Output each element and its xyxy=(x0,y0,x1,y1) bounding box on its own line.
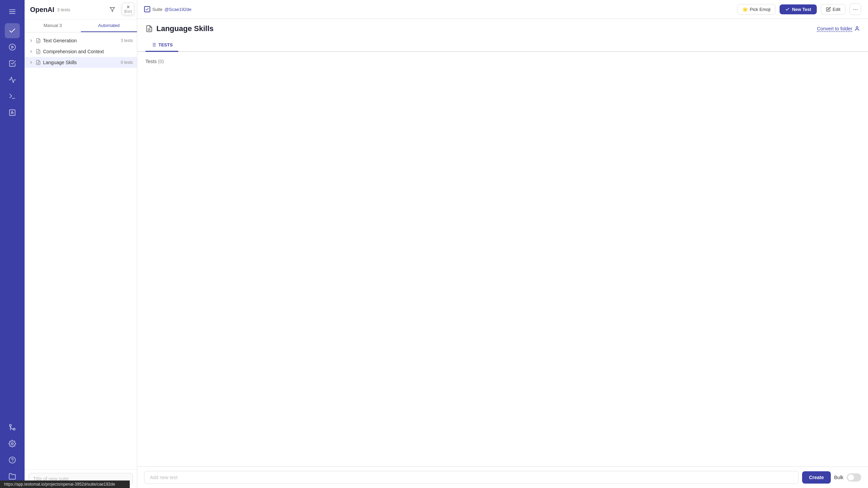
svg-point-26 xyxy=(856,27,858,28)
main-content: Suite @Scae192de 🌟 Pick Emoji New Test E… xyxy=(137,0,868,488)
edit-button[interactable]: Edit xyxy=(821,4,845,15)
edit-label: Edit xyxy=(833,7,840,12)
close-popup[interactable]: ✕ [Esc] xyxy=(122,3,134,15)
suite-item-text-generation[interactable]: Text Generation 3 tests xyxy=(25,35,137,46)
suite-title: Language Skills xyxy=(145,24,214,33)
tests-section-header: Tests (0) xyxy=(145,59,860,64)
add-test-input[interactable] xyxy=(144,471,799,484)
svg-point-12 xyxy=(11,443,13,445)
bulk-label: Bulk xyxy=(834,475,843,480)
tab-tests[interactable]: TESTS xyxy=(145,39,178,52)
filter-button[interactable] xyxy=(107,4,118,15)
pick-emoji-button[interactable]: 🌟 Pick Emoji xyxy=(737,4,776,15)
page-title-area: Language Skills Convert to folder xyxy=(137,19,868,39)
nav-help[interactable] xyxy=(5,453,20,468)
emoji-star-icon: 🌟 xyxy=(742,7,748,12)
sidebar-header: OpenAI 3 tests xyxy=(25,0,137,19)
nav-play[interactable] xyxy=(5,40,20,55)
suite-item-comprehension[interactable]: Comprehension and Context xyxy=(25,46,137,57)
suite-list: Text Generation 3 tests Comprehension an… xyxy=(25,32,137,469)
new-test-button[interactable]: New Test xyxy=(780,4,816,14)
app-title: OpenAI xyxy=(30,6,54,14)
sidebar: OpenAI 3 tests ✕ [Esc] Manual 3 Automate… xyxy=(25,0,137,488)
tests-label: Tests xyxy=(145,59,157,64)
nav-settings[interactable] xyxy=(5,436,20,451)
nav-rail xyxy=(0,0,25,488)
pick-emoji-label: Pick Emoji xyxy=(750,7,771,12)
status-bar: https://app.testomat.io/projects/openai-… xyxy=(0,480,130,488)
nav-git[interactable] xyxy=(5,420,20,435)
breadcrumb-suite-id: @Scae192de xyxy=(165,7,192,12)
svg-point-3 xyxy=(9,44,15,50)
create-button[interactable]: Create xyxy=(802,471,831,484)
suite-name-comprehension: Comprehension and Context xyxy=(43,49,131,54)
breadcrumb: Suite @Scae192de xyxy=(144,6,192,12)
tab-manual[interactable]: Manual 3 xyxy=(25,19,81,32)
svg-marker-4 xyxy=(12,46,14,48)
tests-count: (0) xyxy=(158,59,164,64)
tab-automated[interactable]: Automated xyxy=(81,19,137,32)
main-header: Suite @Scae192de 🌟 Pick Emoji New Test E… xyxy=(137,0,868,19)
nav-analytics[interactable] xyxy=(5,72,20,87)
sidebar-tabs: Manual 3 Automated xyxy=(25,19,137,32)
suite-name-text-gen: Text Generation xyxy=(43,38,119,43)
suite-name-language-skills: Language Skills xyxy=(43,60,119,65)
nav-chart[interactable] xyxy=(5,105,20,120)
tab-tests-label: TESTS xyxy=(158,42,173,47)
bottom-bar: Create Bulk xyxy=(137,467,868,488)
convert-to-folder-label: Convert to folder xyxy=(817,26,853,31)
test-count: 3 tests xyxy=(57,7,70,12)
more-options-button[interactable]: ··· xyxy=(850,3,861,15)
test-content: Tests (0) xyxy=(137,52,868,467)
suite-item-language-skills[interactable]: Language Skills 0 tests xyxy=(25,57,137,68)
convert-to-folder-link[interactable]: Convert to folder xyxy=(817,26,860,31)
hamburger-menu[interactable] xyxy=(5,4,20,19)
breadcrumb-suite-label: Suite xyxy=(152,7,163,12)
nav-checkmark[interactable] xyxy=(5,23,20,38)
bulk-toggle[interactable] xyxy=(847,473,861,482)
nav-terminal[interactable] xyxy=(5,89,20,104)
nav-list[interactable] xyxy=(5,56,20,71)
status-url: https://app.testomat.io/projects/openai-… xyxy=(4,482,115,487)
page-title: Language Skills xyxy=(156,24,214,33)
new-test-label: New Test xyxy=(792,7,811,12)
suite-checkbox-icon xyxy=(144,6,150,12)
suite-badge-language-skills: 0 tests xyxy=(121,60,133,65)
main-tabs: TESTS xyxy=(137,39,868,52)
suite-badge-text-gen: 3 tests xyxy=(121,38,133,43)
svg-marker-15 xyxy=(110,8,114,12)
